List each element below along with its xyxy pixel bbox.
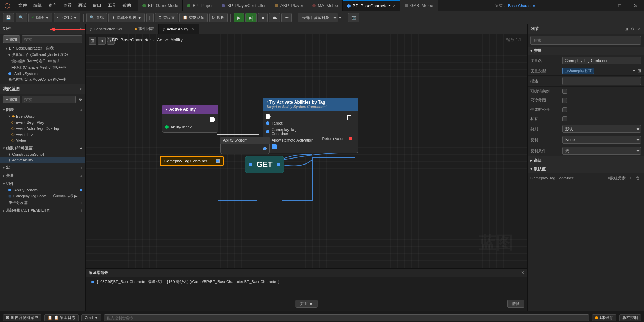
page-btn[interactable]: 页面 ▼	[295, 300, 318, 308]
menu-tools[interactable]: 工具	[105, 2, 119, 9]
tab-close-bp-basecharacter[interactable]: ✕	[393, 4, 396, 8]
section-functions[interactable]: ▾ 函数 (32可覆盖) +	[0, 145, 85, 151]
breadcrumb-class[interactable]: BP_BaseCharacter	[112, 37, 151, 42]
maximize-btn[interactable]: □	[611, 0, 628, 11]
stop-btn[interactable]: ■	[258, 13, 267, 22]
event-dispatcher-add-icon[interactable]: +	[80, 201, 82, 205]
type-dropdown-icon[interactable]: ▼	[632, 68, 636, 73]
menu-edit[interactable]: 编辑	[30, 2, 45, 9]
variables-section-arrow[interactable]: ▾	[530, 48, 532, 53]
section-variables[interactable]: ▸ 变量 +	[0, 172, 85, 179]
tree-bp-basecharacter[interactable]: ▾ BP_BaseCharacter（自我）	[0, 45, 85, 52]
find-btn[interactable]: 🔍 查找	[86, 13, 107, 22]
find-btn2[interactable]: 🔍	[16, 13, 27, 22]
replication-cond-select[interactable]: 无	[562, 147, 641, 155]
menu-debug[interactable]: 调试	[75, 2, 89, 9]
macros-add-icon[interactable]: +	[80, 166, 82, 170]
default-values-arrow[interactable]: ▾	[530, 167, 532, 171]
category-select[interactable]: 默认	[562, 125, 641, 133]
editable-instance-checkbox[interactable]	[562, 89, 567, 94]
my-blueprint-add-btn[interactable]: + 添加	[3, 96, 20, 103]
tree-event-dispatcher[interactable]: 事件分发器 +	[0, 199, 85, 206]
tree-mesh-component[interactable]: 网格体 (CharacterMesh0) 在C++中	[0, 64, 85, 71]
camera-btn[interactable]: 📷	[348, 13, 359, 22]
tree-event-melee[interactable]: ◇ Melee	[0, 137, 85, 143]
menu-view[interactable]: 查看	[60, 2, 74, 9]
tree-active-ability[interactable]: ƒ ActiveAbility	[0, 157, 85, 163]
grid-view-icon[interactable]: ⊞	[625, 27, 628, 31]
tree-gameplay-tag-container[interactable]: ⊞ Gameplay Tag Contai... Gameplay标 ▶	[0, 193, 85, 199]
more-play-btn[interactable]: •••	[281, 13, 292, 22]
details-panel-close-btn[interactable]: ✕	[638, 27, 641, 31]
functions-add-icon[interactable]: +	[80, 146, 82, 150]
menu-file[interactable]: 文件	[16, 2, 30, 9]
compile-btn[interactable]: ✓ 编译 ▼	[28, 13, 52, 22]
compile-dropdown-icon[interactable]: ▼	[45, 16, 49, 20]
blueprint-readonly-checkbox[interactable]	[562, 98, 567, 103]
tab-ma-melee[interactable]: MA_Melee	[308, 0, 343, 11]
compiler-results-close-btn[interactable]: ✕	[521, 270, 524, 275]
output-log-btn[interactable]: 📋 📋 输出日志	[44, 314, 79, 321]
cmd-btn[interactable]: Cmd ▼	[81, 314, 101, 321]
active-ability-tab-close[interactable]: ✕	[191, 27, 194, 31]
debug-select[interactable]: 未选中调试对象	[298, 13, 338, 22]
node-ability-system[interactable]: Ability System	[220, 137, 270, 154]
menu-window[interactable]: 窗口	[90, 2, 104, 9]
tree-ability-system-comp[interactable]: AbilitySystem	[0, 187, 85, 193]
content-browser-btn[interactable]: ⊞ ⊞ 内容侧滑菜单	[3, 314, 41, 321]
tree-char-move[interactable]: 角色移动 (CharMoveComp) 在C++中	[0, 76, 85, 83]
step-btn[interactable]: ▶|	[245, 13, 257, 22]
minimize-btn[interactable]: ─	[595, 0, 611, 11]
my-blueprint-settings-icon[interactable]: ⚙	[79, 97, 82, 102]
section-local-vars[interactable]: ▸ 局部变量 (ACTIVEABILITY) +	[0, 207, 85, 214]
diff-dropdown-icon[interactable]: ▼	[73, 16, 77, 20]
bp-tab-eventgraph[interactable]: ◆ 事件图表	[130, 24, 159, 34]
tree-event-beginplay[interactable]: ◇ Event BeginPlay	[0, 119, 85, 125]
my-blueprint-close-btn[interactable]: ✕	[79, 87, 82, 92]
tab-bp-playercontroller[interactable]: BP_PlayerController	[217, 0, 270, 11]
advanced-arrow[interactable]: ▸	[530, 158, 532, 163]
tree-event-tick[interactable]: ◇ Event Tick	[0, 131, 85, 137]
node-try-activate[interactable]: ƒ Try Activate Abilities by Tag Target i…	[263, 98, 358, 153]
close-btn[interactable]: ✕	[628, 0, 644, 11]
console-input[interactable]	[104, 314, 589, 321]
debug-dropdown[interactable]: ▼	[338, 15, 342, 20]
tab-bp-basecharacter[interactable]: BP_BaseCharacter• ✕	[343, 0, 400, 11]
tab-bp-gamemode[interactable]: BP_GameMode	[138, 0, 183, 11]
components-search-input[interactable]	[22, 35, 82, 43]
save-btn[interactable]: 💾	[3, 13, 14, 22]
class-default-btn[interactable]: 📋 类默认值	[179, 13, 208, 22]
source-control-btn[interactable]: 版本控制	[619, 314, 641, 321]
local-vars-add-icon[interactable]: +	[80, 208, 82, 213]
type-grid-icon[interactable]: ⊞	[638, 68, 641, 73]
hide-btn[interactable]: 👁 隐藏不相关 ▼	[108, 13, 145, 22]
private-checkbox[interactable]	[562, 116, 567, 121]
hide-dropdown-icon[interactable]: ▼	[138, 16, 142, 20]
variables-add-icon[interactable]: +	[80, 174, 82, 178]
settings-icon-right[interactable]: ⚙	[631, 27, 635, 31]
tree-event-actoroverlap[interactable]: ◇ Event ActorBeginOverlap	[0, 125, 85, 131]
play-btn[interactable]: ▶	[234, 13, 244, 22]
tree-eventgraph[interactable]: ▾ ◆ EventGraph	[0, 113, 85, 119]
node-get[interactable]: GET	[245, 156, 284, 173]
menu-help[interactable]: 帮助	[120, 2, 134, 9]
tab-gab-melee[interactable]: GAB_Melee	[400, 0, 438, 11]
gameplay-tag-expand-icon[interactable]: ▶	[74, 194, 77, 199]
components-add-btn[interactable]: + 添加	[3, 35, 20, 43]
unsaved-btn[interactable]: 1未保存	[592, 314, 616, 321]
tree-ability-system[interactable]: AbilitySystem	[0, 71, 85, 76]
section-graph[interactable]: ▾ 图表 +	[0, 107, 85, 113]
replication-select[interactable]: None	[562, 136, 641, 144]
tab-abp-player[interactable]: ABP_Player	[270, 0, 308, 11]
graph-add-icon[interactable]: +	[80, 108, 82, 112]
tree-arrow-component[interactable]: 箭头组件 (Arrow) 在C++中编辑	[0, 58, 85, 64]
gtc-delete-btn[interactable]: 🗑	[635, 175, 641, 181]
nav-grid-icon[interactable]: ⊞	[89, 37, 96, 45]
clear-btn[interactable]: 清除	[507, 300, 524, 308]
section-components[interactable]: ▾ 组件	[0, 180, 85, 187]
gtc-add-btn[interactable]: +	[627, 175, 633, 181]
expose-spawn-checkbox[interactable]	[562, 107, 567, 112]
bp-tab-active-ability[interactable]: ƒ Active Ability ✕	[159, 24, 199, 34]
section-macros[interactable]: ▸ 宏 +	[0, 164, 85, 171]
simulate-btn[interactable]: ▷ 模拟	[209, 13, 228, 22]
